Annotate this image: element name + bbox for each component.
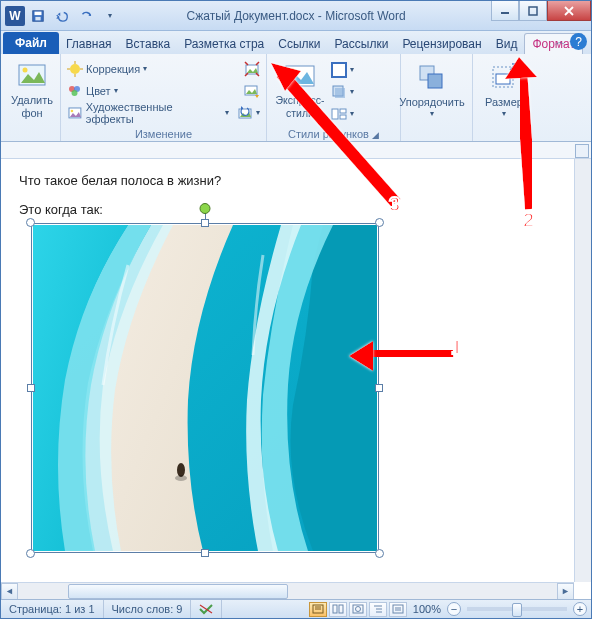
size-label: Размер	[485, 96, 523, 109]
handle-w[interactable]	[27, 384, 35, 392]
annotation-label-3: 3	[389, 193, 400, 216]
zoom-out-button[interactable]: −	[447, 602, 461, 616]
save-icon[interactable]	[27, 5, 49, 27]
svg-rect-26	[340, 115, 346, 119]
svg-point-21	[291, 69, 296, 74]
svg-rect-38	[333, 605, 337, 613]
svg-rect-28	[428, 74, 442, 88]
ribbon-tabs: Файл Главная Вставка Разметка стра Ссылк…	[1, 31, 591, 54]
fullscreen-reading-view-button[interactable]	[329, 602, 347, 617]
color-label: Цвет	[86, 85, 111, 97]
artistic-effects-label: Художественные эффекты	[86, 101, 222, 125]
scroll-thumb[interactable]	[68, 584, 288, 599]
print-layout-view-button[interactable]	[309, 602, 327, 617]
undo-icon[interactable]	[51, 5, 73, 27]
tab-references[interactable]: Ссылки	[271, 34, 327, 54]
close-button[interactable]	[547, 1, 591, 21]
handle-se[interactable]	[375, 549, 384, 558]
picture-border-button[interactable]: ▾	[329, 59, 356, 80]
annotation-label-1: 1	[451, 336, 462, 359]
tab-home[interactable]: Главная	[59, 34, 119, 54]
svg-rect-45	[393, 605, 403, 613]
handle-s[interactable]	[201, 549, 209, 557]
titlebar: W ▾ Сжатый Документ.docx - Microsoft Wor…	[1, 1, 591, 31]
qat-customize-icon[interactable]: ▾	[99, 5, 121, 27]
svg-point-7	[70, 64, 80, 74]
rotation-handle[interactable]	[200, 203, 211, 214]
maximize-button[interactable]	[519, 1, 547, 21]
remove-background-button[interactable]: Удалить фон	[5, 56, 59, 124]
svg-rect-25	[340, 109, 346, 113]
picture-effects-button[interactable]: ▾	[329, 81, 356, 102]
status-bar: Страница: 1 из 1 Число слов: 9 100% − +	[1, 599, 591, 618]
outline-view-button[interactable]	[369, 602, 387, 617]
spell-check-status[interactable]	[191, 600, 222, 618]
svg-point-6	[23, 67, 28, 72]
remove-background-label: Удалить фон	[11, 94, 53, 120]
quick-access-toolbar: W ▾	[1, 5, 121, 27]
draft-view-button[interactable]	[389, 602, 407, 617]
express-styles-label: Экспресс-стили	[271, 94, 329, 119]
redo-icon[interactable]	[75, 5, 97, 27]
adjust-group-label: Изменение	[65, 127, 262, 141]
handle-n[interactable]	[201, 219, 209, 227]
svg-point-15	[72, 90, 78, 96]
handle-nw[interactable]	[26, 218, 35, 227]
page-number-status[interactable]: Страница: 1 из 1	[1, 600, 104, 618]
selected-image[interactable]	[31, 223, 379, 553]
document-area[interactable]: Что такое белая полоса в жизни? Это когд…	[1, 159, 591, 582]
tab-insert[interactable]: Вставка	[119, 34, 178, 54]
arrange-button[interactable]: Упорядочить ▾	[405, 56, 459, 124]
vertical-scrollbar[interactable]	[574, 159, 591, 582]
picture-layout-button[interactable]: ▾	[329, 103, 356, 124]
handle-ne[interactable]	[375, 218, 384, 227]
svg-rect-39	[339, 605, 343, 613]
zoom-percent[interactable]: 100%	[413, 603, 441, 615]
compress-pictures-button[interactable]	[242, 58, 262, 79]
svg-rect-24	[332, 109, 338, 119]
ruler[interactable]	[1, 142, 591, 159]
svg-rect-30	[496, 74, 510, 84]
ribbon: Удалить фон Коррекция ▾	[1, 54, 591, 142]
word-count-status[interactable]: Число слов: 9	[104, 600, 192, 618]
svg-point-18	[71, 109, 74, 112]
scroll-right-button[interactable]: ►	[557, 583, 574, 600]
artistic-effects-button[interactable]: Художественные эффекты ▾	[65, 102, 231, 123]
tab-view[interactable]: Вид	[489, 34, 525, 54]
zoom-slider[interactable]	[467, 607, 567, 611]
change-picture-button[interactable]	[242, 80, 262, 101]
document-text-line-1[interactable]: Что такое белая полоса в жизни?	[19, 173, 573, 188]
svg-rect-23	[335, 88, 345, 98]
picture-styles-gallery[interactable]: Экспресс-стили	[271, 56, 329, 124]
tab-mailings[interactable]: Рассылки	[328, 34, 396, 54]
word-window: W ▾ Сжатый Документ.docx - Microsoft Wor…	[0, 0, 592, 619]
zoom-in-button[interactable]: +	[573, 602, 587, 616]
web-layout-view-button[interactable]	[349, 602, 367, 617]
svg-point-41	[355, 607, 360, 612]
reset-picture-button[interactable]: ▾	[235, 102, 262, 123]
corrections-button[interactable]: Коррекция ▾	[65, 58, 149, 79]
tab-page-layout[interactable]: Разметка стра	[177, 34, 271, 54]
selection-border	[31, 223, 379, 553]
document-text-line-2[interactable]: Это когда так:	[19, 202, 573, 217]
tab-review[interactable]: Рецензирован	[395, 34, 488, 54]
handle-sw[interactable]	[26, 549, 35, 558]
collapse-ribbon-icon[interactable]: ︿	[555, 34, 566, 49]
svg-rect-4	[529, 7, 537, 15]
annotation-label-2: 2	[523, 209, 534, 232]
help-icon[interactable]: ?	[570, 33, 587, 50]
window-controls	[491, 1, 591, 21]
corrections-label: Коррекция	[86, 63, 140, 75]
svg-rect-1	[35, 11, 42, 15]
tab-file[interactable]: Файл	[3, 32, 59, 54]
arrange-label: Упорядочить	[399, 96, 464, 109]
minimize-button[interactable]	[491, 1, 519, 21]
picture-styles-group-label: Стили рисунков ◢	[271, 127, 396, 141]
scroll-left-button[interactable]: ◄	[1, 583, 18, 600]
handle-e[interactable]	[375, 384, 383, 392]
svg-rect-2	[35, 16, 40, 20]
horizontal-scrollbar[interactable]: ◄ ►	[1, 582, 574, 599]
color-button[interactable]: Цвет ▾	[65, 80, 120, 101]
size-button[interactable]: Размер ▾	[477, 56, 531, 124]
word-app-icon[interactable]: W	[5, 6, 25, 26]
